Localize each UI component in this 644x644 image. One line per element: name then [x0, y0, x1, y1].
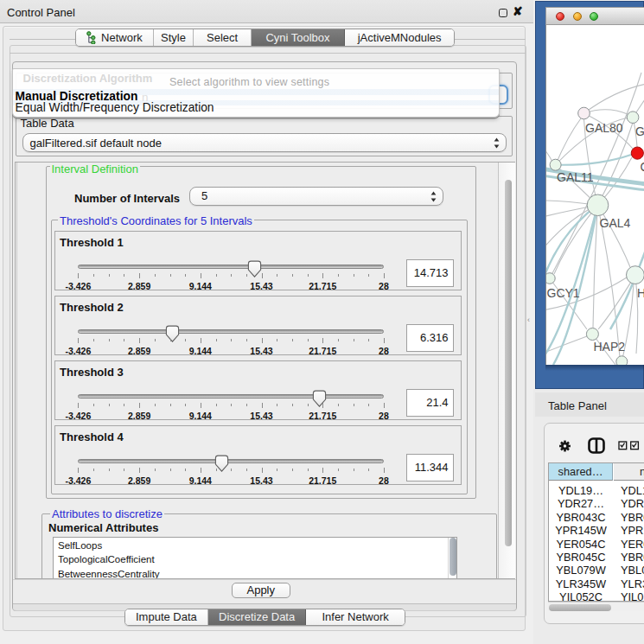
svg-text:GA: GA	[635, 124, 644, 138]
svg-text:C: C	[641, 160, 644, 174]
svg-text:GAL80: GAL80	[585, 121, 623, 135]
svg-text:GAL4: GAL4	[600, 216, 631, 230]
svg-text:HAP2: HAP2	[594, 340, 626, 354]
svg-text:GCY1: GCY1	[547, 286, 580, 300]
svg-text:H: H	[637, 286, 644, 300]
svg-text:GAL11: GAL11	[557, 170, 594, 184]
